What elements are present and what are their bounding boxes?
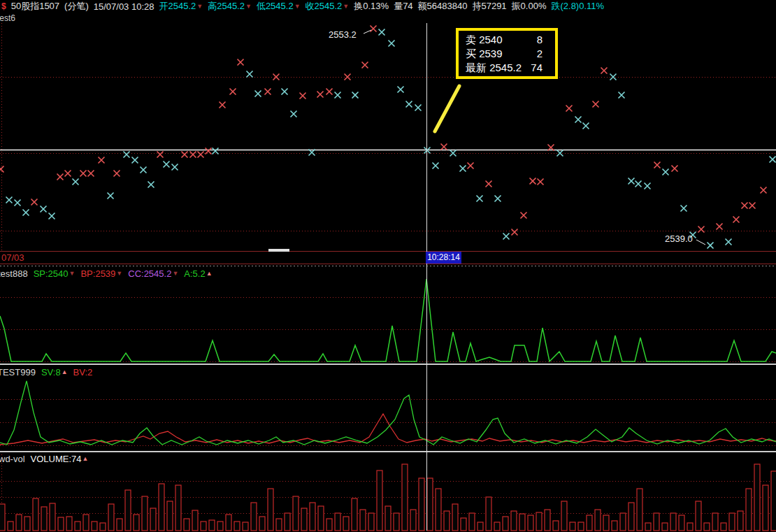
scrollbar-thumb[interactable] <box>268 249 289 252</box>
chart-canvas[interactable] <box>0 0 776 532</box>
down-triangle-icon: ▼ <box>343 3 349 10</box>
volume-bar <box>754 464 760 531</box>
tick-marker <box>619 92 625 99</box>
up-triangle-icon: ▲ <box>62 369 68 375</box>
volume-bar <box>670 513 676 531</box>
volume-bar <box>117 519 122 531</box>
a-value: A:5.2 <box>184 268 205 279</box>
volume-bar <box>16 515 22 531</box>
tick-marker <box>389 41 395 47</box>
volume-bar <box>301 508 307 531</box>
volume-bar <box>452 504 458 531</box>
annotation-line <box>435 86 459 131</box>
volume-bar <box>360 510 366 531</box>
tick-marker <box>477 196 483 202</box>
volume-bar <box>226 515 231 531</box>
volume-bar <box>469 513 475 531</box>
volume-bar <box>696 501 701 531</box>
volume-bar <box>553 521 559 531</box>
volume-bar <box>427 478 433 531</box>
close-value: 收2545.2 <box>306 0 343 13</box>
tick-marker <box>681 206 687 212</box>
cc-field: CC:2545.2 ▼ <box>128 268 178 279</box>
volume-bar <box>50 503 55 531</box>
tick-marker <box>273 74 280 80</box>
volume-bar <box>687 523 693 531</box>
volume-bar <box>184 519 189 531</box>
open-interest-stat: 持57291 <box>472 0 506 13</box>
tick-marker <box>628 178 635 185</box>
tick-marker <box>371 26 377 32</box>
a-field: A:5.2 ▲ <box>184 268 212 279</box>
main-indicator-label: test6 <box>0 13 15 23</box>
sv-field: SV:8 ▲ <box>41 367 68 378</box>
tick-marker <box>645 183 651 189</box>
down-triangle-icon: ▼ <box>245 3 252 10</box>
volume-bar <box>58 517 64 531</box>
last-qty: 74 <box>531 61 543 75</box>
volume-bar <box>100 523 106 531</box>
tick-marker <box>433 163 439 169</box>
volume-bar <box>444 511 450 531</box>
volume-bar <box>729 513 735 531</box>
tick-marker <box>761 187 767 194</box>
volume-bar <box>150 508 156 531</box>
ask-label: 卖 <box>466 33 476 47</box>
tick-marker <box>601 68 608 74</box>
volume-bar <box>436 489 441 531</box>
volume-bar <box>721 523 726 531</box>
tick-marker <box>770 157 776 163</box>
volume-stat: 量74 <box>394 0 412 13</box>
volume-bar <box>41 507 47 531</box>
volume-bar <box>167 501 173 531</box>
tick-marker <box>398 87 404 93</box>
tick-marker <box>335 92 341 99</box>
volume-bar <box>318 506 324 531</box>
volume-bar <box>175 485 181 531</box>
tick-marker <box>220 102 226 108</box>
tick-marker <box>512 229 518 236</box>
volume-bar <box>394 513 399 531</box>
symbol-name[interactable]: 50股指1507 <box>11 0 59 13</box>
tick-marker <box>23 210 29 216</box>
volume-bar <box>108 504 114 531</box>
tick-marker <box>726 239 732 245</box>
sv-value: SV:8 <box>41 367 61 378</box>
volume-bar <box>125 490 131 531</box>
volume-bar <box>536 512 542 531</box>
volume-bar <box>0 504 5 531</box>
indicator-name[interactable]: test888 <box>0 268 28 279</box>
volume-bar <box>142 496 148 531</box>
tick-marker <box>182 152 188 158</box>
tick-marker <box>80 171 87 177</box>
sp-value: SP:2540 <box>34 268 69 279</box>
volume-bar <box>243 522 248 531</box>
bp-field: BP:2539 ▼ <box>80 268 122 279</box>
volume-bar <box>8 522 13 531</box>
volume-bar <box>461 518 466 531</box>
volume-bar <box>712 513 718 531</box>
tick-marker <box>282 89 288 95</box>
tick-marker <box>148 182 155 188</box>
timeline-time-highlight: 10:28:14 <box>426 252 461 264</box>
volume-bar <box>217 522 223 531</box>
tick-marker <box>190 152 196 158</box>
volume-bar <box>402 464 408 531</box>
volume-bar <box>24 517 30 531</box>
indicator-name[interactable]: wd-vol <box>0 454 25 464</box>
indicator-name[interactable]: TEST999 <box>0 367 36 378</box>
volume-bar <box>578 522 584 531</box>
volume-header: wd-vol VOLUME:74 ▲ <box>0 454 88 464</box>
volume-bar <box>738 511 743 531</box>
tick-marker <box>717 224 723 230</box>
tick-marker <box>73 179 79 185</box>
high-field: 高2545.2 ▼ <box>208 0 252 13</box>
last-price: 2545.2 <box>489 61 522 75</box>
sp-field: SP:2540 ▼ <box>34 268 76 279</box>
tick-marker <box>521 213 527 219</box>
high-value: 高2545.2 <box>208 0 245 13</box>
test999-header: TEST999 SV:8 ▲ BV:2 <box>0 367 92 378</box>
open-value: 开2545.2 <box>159 0 196 13</box>
quote-callout: 卖 2540 8 买 2539 2 最新 2545.2 74 <box>456 28 558 79</box>
up-triangle-icon: ▲ <box>82 456 89 462</box>
